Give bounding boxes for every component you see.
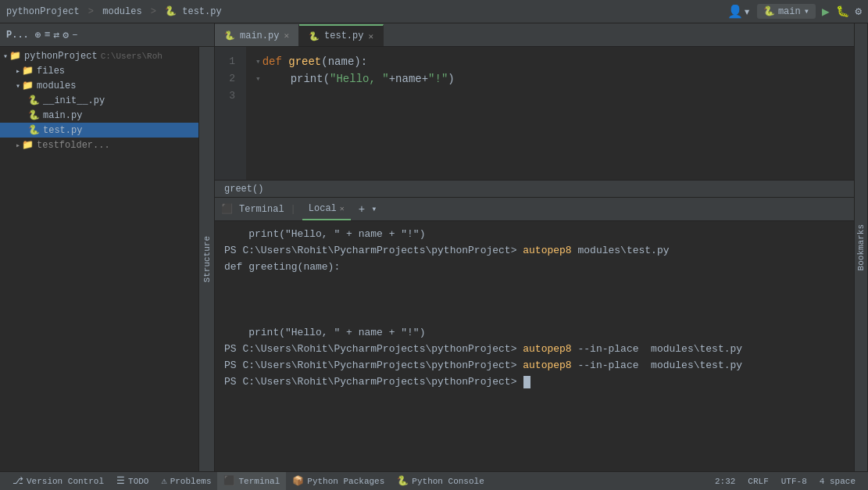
tab-main-close[interactable]: ✕	[284, 30, 289, 41]
kw-def: def	[263, 53, 282, 70]
structure-label: Structure	[202, 236, 212, 282]
top-bar-controls: 👤▾ 🐍 main ▾ ▶ 🐛 ⚙	[727, 4, 862, 20]
term-prompt-3: PS C:\Users\Rohit\PycharmProjects\python…	[224, 359, 523, 371]
space-1	[282, 53, 288, 70]
py-icon: 🐍	[28, 109, 40, 121]
term-line-10: PS C:\Users\Rohit\PycharmProjects\python…	[224, 374, 845, 390]
console-label: Python Console	[412, 477, 484, 486]
sync-icon[interactable]: ⊕	[35, 29, 41, 41]
terminal-tab-icon: ⬛	[221, 203, 233, 215]
arrow-icon: ▸	[16, 66, 20, 76]
status-todo[interactable]: ☰ TODO	[110, 472, 155, 491]
position-label: 2:32	[715, 477, 735, 486]
packages-label: Python Packages	[307, 477, 384, 486]
editor-tabs-bar: 🐍 main.py ✕ 🐍 test.py ✕	[215, 23, 854, 47]
status-problems[interactable]: ⚠ Problems	[155, 472, 217, 491]
vc-label: Version Control	[27, 477, 104, 486]
folder-icon: 📁	[22, 80, 34, 91]
code-editor[interactable]: 1 2 3 ▾ def greet ( name ): ▾	[215, 47, 854, 180]
run-button[interactable]: ▶	[822, 4, 830, 20]
tab-test-py[interactable]: 🐍 test.py ✕	[299, 24, 384, 46]
problems-icon: ⚠	[161, 475, 166, 487]
term-cursor-block	[523, 376, 530, 388]
packages-icon: 📦	[292, 475, 304, 487]
debug-button[interactable]: 🐛	[836, 5, 849, 18]
op-plus-1: +	[389, 70, 395, 88]
line-num-1: 1	[215, 53, 241, 70]
console-icon: 🐍	[397, 475, 409, 487]
tab-main-icon: 🐍	[224, 30, 235, 41]
avatar-icon[interactable]: 👤▾	[727, 4, 751, 20]
folder-icon: 📁	[22, 65, 34, 77]
tree-test-label: test.py	[43, 125, 82, 136]
terminal-tab-label[interactable]: Terminal	[239, 204, 284, 215]
status-indent[interactable]: 4 space	[813, 472, 862, 491]
status-position[interactable]: 2:32	[709, 472, 741, 491]
editor-breadcrumb: greet()	[215, 180, 854, 197]
minimize-icon[interactable]: –	[72, 29, 78, 41]
py-icon: 🐍	[28, 124, 40, 136]
terminal-tab-sep: |	[291, 204, 296, 215]
tree-init-label: __init__.py	[43, 95, 105, 106]
arrow-icon: ▾	[3, 52, 8, 61]
line-numbers: 1 2 3	[215, 47, 246, 180]
settings-icon[interactable]: ⚙	[63, 29, 69, 41]
expand-icon[interactable]: ⇄	[53, 29, 59, 41]
run-config-label: main	[778, 6, 801, 17]
term-line-4	[224, 275, 845, 291]
collapse-all-icon[interactable]: ≡	[45, 29, 51, 41]
status-python-packages[interactable]: 📦 Python Packages	[286, 472, 391, 491]
tree-item-init[interactable]: 🐍 __init__.py	[0, 93, 198, 108]
local-tab-close[interactable]: ✕	[340, 204, 345, 213]
run-config-selector[interactable]: 🐍 main ▾	[757, 4, 816, 19]
tree-item-test[interactable]: 🐍 test.py	[0, 123, 198, 138]
project-breadcrumb[interactable]: pythonProject	[6, 6, 80, 17]
add-terminal-btn[interactable]: +	[359, 203, 365, 216]
local-tab[interactable]: Local ✕	[302, 199, 351, 220]
term-line-3: def greeting(name):	[224, 259, 845, 275]
terminal-content[interactable]: print("Hello, " + name + "!") PS C:\User…	[215, 221, 854, 447]
term-line-1: print("Hello, " + name + "!")	[224, 226, 845, 242]
status-line-ending[interactable]: CRLF	[741, 472, 774, 491]
indent-label: 4 space	[820, 477, 855, 486]
status-bar-right: 2:32 CRLF UTF-8 4 space	[709, 472, 862, 491]
py-icon: 🐍	[28, 95, 40, 106]
module-breadcrumb[interactable]: modules	[102, 6, 141, 17]
bookmarks-sidebar[interactable]: Bookmarks	[854, 23, 868, 471]
tree-item-files[interactable]: ▸ 📁 files	[0, 63, 198, 78]
tab-main-py[interactable]: 🐍 main.py ✕	[215, 24, 299, 46]
term-prompt-2: PS C:\Users\Rohit\PycharmProjects\python…	[224, 343, 523, 355]
status-terminal[interactable]: ⬛ Terminal	[217, 472, 286, 491]
local-tab-label: Local	[309, 203, 337, 214]
code-content[interactable]: ▾ def greet ( name ): ▾ print ( "Hello, …	[246, 47, 854, 180]
tree-item-root[interactable]: ▾ 📁 pythonProject C:\Users\Roh	[0, 48, 198, 63]
term-rest-3: --in-place modules\test.py	[572, 359, 742, 371]
status-version-control[interactable]: ⎇ Version Control	[6, 472, 110, 491]
tab-test-icon: 🐍	[309, 31, 320, 41]
status-python-console[interactable]: 🐍 Python Console	[391, 472, 490, 491]
op-plus-2: +	[422, 70, 428, 88]
structure-sidebar[interactable]: Structure	[198, 47, 214, 471]
project-tree: ▾ 📁 pythonProject C:\Users\Roh ▸ 📁 files…	[0, 47, 198, 471]
tree-item-main[interactable]: 🐍 main.py	[0, 108, 198, 123]
file-breadcrumb[interactable]: test.py	[182, 6, 221, 17]
project-tab-label[interactable]: P...	[3, 30, 32, 41]
fold-marker-1[interactable]: ▾	[255, 53, 261, 70]
tree-item-testfolder[interactable]: ▸ 📁 testfolder...	[0, 138, 198, 152]
terminal-dropdown-btn[interactable]: ▾	[371, 203, 377, 215]
coverage-button[interactable]: ⚙	[855, 5, 862, 18]
tab-test-close[interactable]: ✕	[368, 31, 373, 41]
folder-icon: 📁	[22, 139, 34, 151]
paren-open: (	[321, 53, 327, 70]
tree-files-label: files	[37, 66, 65, 77]
term-prompt-1: PS C:\Users\Rohit\PycharmProjects\python…	[224, 245, 523, 256]
tree-item-modules[interactable]: ▾ 📁 modules	[0, 78, 198, 93]
bottom-tabs-bar: ⬛ Terminal | Local ✕ + ▾	[215, 198, 854, 221]
var-name: name	[395, 70, 422, 88]
breadcrumb-greet[interactable]: greet()	[224, 184, 263, 195]
status-encoding[interactable]: UTF-8	[775, 472, 813, 491]
fold-marker-2[interactable]: ▾	[255, 70, 261, 88]
fn-print: print	[291, 70, 323, 88]
terminal-icon: ⬛	[223, 475, 235, 487]
code-line-3	[255, 88, 854, 105]
